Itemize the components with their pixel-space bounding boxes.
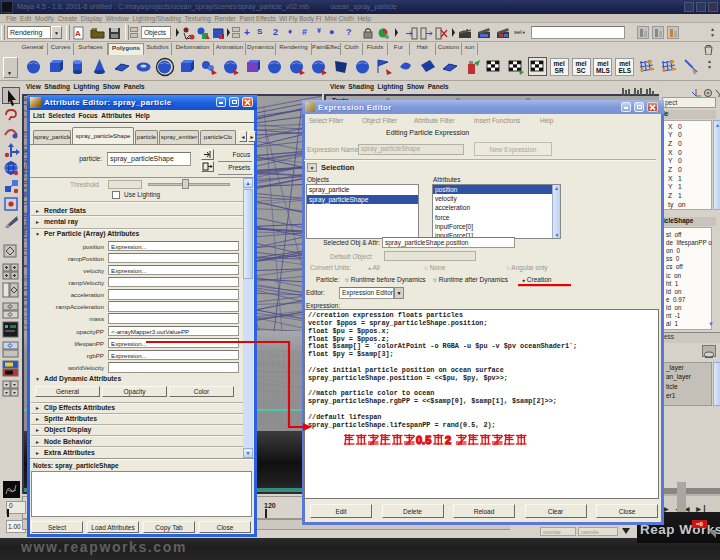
svg-text:A: A [75, 29, 81, 38]
svg-text:0.5: 0.5 [416, 434, 431, 446]
svg-text:2: 2 [445, 434, 451, 446]
